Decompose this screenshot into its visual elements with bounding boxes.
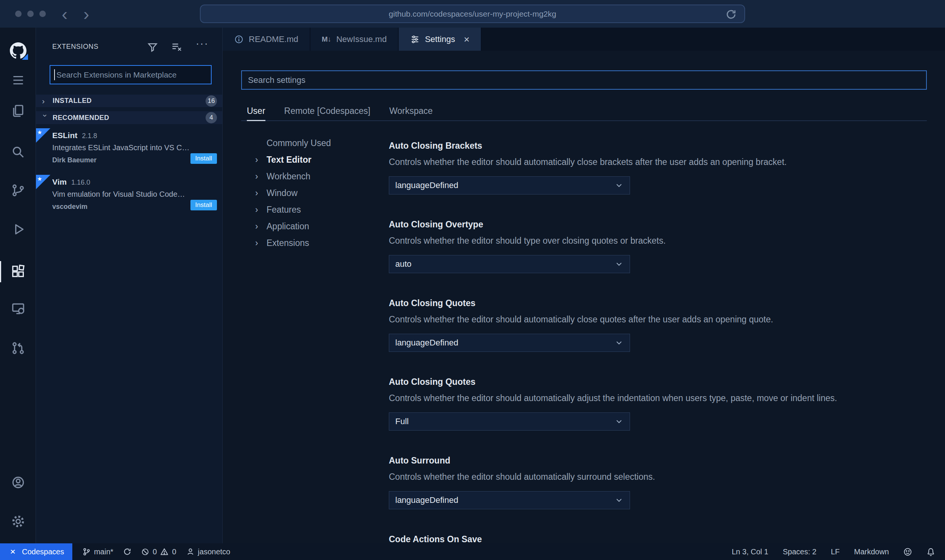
- setting-dropdown[interactable]: languageDefined: [389, 176, 630, 194]
- person-icon: [186, 548, 195, 556]
- settings-gear-icon[interactable]: [0, 507, 36, 536]
- menu-icon[interactable]: [0, 66, 36, 95]
- window-maximize-button[interactable]: [39, 11, 46, 17]
- sidebar-title: EXTENSIONS: [52, 43, 98, 51]
- setting-description: Controls whether the editor should autom…: [389, 470, 937, 483]
- section-label: INSTALLED: [53, 97, 92, 105]
- more-actions-icon[interactable]: ···: [196, 37, 209, 50]
- setting-description: Controls whether the editor should autom…: [389, 156, 937, 168]
- eol-indicator[interactable]: LF: [831, 548, 839, 556]
- errors-icon: [141, 548, 149, 556]
- chevron-down-icon: ›: [41, 114, 50, 121]
- section-installed[interactable]: › INSTALLED 16: [36, 95, 222, 107]
- editor-tab-bar: README.md M↓ NewIssue.md Settings ×: [223, 28, 945, 51]
- install-button[interactable]: Install: [190, 200, 217, 210]
- filter-icon[interactable]: [147, 41, 158, 53]
- branch-name: main*: [94, 548, 113, 556]
- browser-forward-button[interactable]: ›: [83, 5, 89, 23]
- chevron-right-icon: ›: [255, 171, 267, 182]
- setting-dropdown[interactable]: languageDefined: [389, 491, 630, 509]
- extension-item-eslint[interactable]: ★ ESLint 2.1.8 Integrates ESLint JavaScr…: [36, 128, 222, 170]
- codespaces-icon: [8, 547, 17, 556]
- extension-item-vim[interactable]: ★ Vim 1.16.0 Vim emulation for Visual St…: [36, 175, 222, 216]
- extensions-icon[interactable]: [0, 257, 36, 286]
- chevron-down-icon: [614, 496, 624, 505]
- error-count: 0: [153, 548, 157, 556]
- setting-title: Auto Closing Quotes: [389, 375, 937, 388]
- extensions-sidebar: EXTENSIONS ··· › INSTALLED 16 › RECOMMEN…: [36, 28, 223, 543]
- chevron-right-icon: ›: [255, 238, 267, 248]
- scope-tab-remote[interactable]: Remote [Codespaces]: [284, 102, 371, 121]
- scope-tab-user[interactable]: User: [247, 102, 265, 121]
- toc-window[interactable]: ›Window: [255, 185, 376, 201]
- setting-description: Controls whether the editor should type …: [389, 234, 937, 247]
- pull-requests-icon[interactable]: [0, 334, 36, 362]
- setting-title: Auto Surround: [389, 454, 937, 467]
- account-icon[interactable]: [0, 468, 36, 497]
- remote-explorer-icon[interactable]: [0, 294, 36, 323]
- tab-label: NewIssue.md: [336, 34, 387, 44]
- chevron-right-icon: ›: [255, 221, 267, 232]
- clear-search-results-icon[interactable]: [171, 41, 182, 53]
- scope-tab-workspace[interactable]: Workspace: [389, 102, 433, 121]
- setting-title: Auto Closing Brackets: [389, 139, 937, 152]
- extension-name: ESLint: [52, 131, 78, 140]
- section-recommended[interactable]: › RECOMMENDED 4: [36, 111, 222, 124]
- reload-icon[interactable]: [725, 9, 737, 20]
- toc-application[interactable]: ›Application: [255, 218, 376, 235]
- setting-auto-indent: Auto Closing Quotes Controls whether the…: [389, 375, 937, 431]
- branch-indicator[interactable]: main*: [82, 548, 113, 556]
- problems-indicator[interactable]: 0 0: [141, 548, 176, 556]
- window-close-button[interactable]: [15, 11, 22, 17]
- remote-indicator[interactable]: Codespaces: [0, 543, 72, 560]
- run-debug-icon[interactable]: [0, 215, 36, 244]
- chevron-down-icon: [614, 181, 624, 190]
- language-mode[interactable]: Markdown: [854, 548, 889, 556]
- sync-button[interactable]: [123, 548, 131, 556]
- setting-description: Controls whether the editor should autom…: [389, 313, 937, 326]
- cursor-position[interactable]: Ln 3, Col 1: [732, 548, 769, 556]
- notifications-bell-icon[interactable]: [926, 548, 935, 556]
- window-minimize-button[interactable]: [27, 11, 34, 17]
- vscode-workbench: EXTENSIONS ··· › INSTALLED 16 › RECOMMEN…: [0, 28, 945, 543]
- window-controls: [15, 11, 46, 17]
- settings-search-input[interactable]: [241, 70, 927, 90]
- toc-extensions[interactable]: ›Extensions: [255, 235, 376, 251]
- settings-toc: Commonly Used ›Text Editor ›Workbench ›W…: [255, 135, 376, 251]
- extension-version: 2.1.8: [82, 132, 97, 140]
- setting-dropdown[interactable]: languageDefined: [389, 334, 630, 352]
- extension-author: vscodevim: [52, 203, 87, 211]
- toc-commonly-used[interactable]: Commonly Used: [255, 135, 376, 151]
- close-icon[interactable]: ×: [464, 34, 469, 44]
- tab-settings[interactable]: Settings ×: [399, 28, 482, 51]
- browser-back-button[interactable]: ‹: [62, 5, 67, 23]
- chevron-right-icon: ›: [42, 96, 49, 106]
- toc-workbench[interactable]: ›Workbench: [255, 168, 376, 185]
- toc-features[interactable]: ›Features: [255, 201, 376, 218]
- indentation[interactable]: Spaces: 2: [783, 548, 816, 556]
- browser-chrome: ‹ › github.com/codespaces/user-my-projec…: [0, 0, 945, 28]
- editor-area: README.md M↓ NewIssue.md Settings × User…: [223, 28, 945, 543]
- tab-readme[interactable]: README.md: [223, 28, 310, 51]
- extensions-search-input[interactable]: [50, 65, 212, 84]
- setting-dropdown[interactable]: auto: [389, 255, 630, 273]
- explorer-icon[interactable]: [0, 96, 36, 125]
- tab-newissue[interactable]: M↓ NewIssue.md: [310, 28, 399, 51]
- extension-version: 1.16.0: [71, 179, 90, 187]
- install-button[interactable]: Install: [190, 153, 217, 164]
- vscode-wedge-icon: [22, 54, 28, 60]
- section-label: RECOMMENDED: [53, 114, 109, 122]
- setting-auto-surround: Auto Surround Controls whether the edito…: [389, 454, 937, 509]
- feedback-smiley-icon[interactable]: [903, 548, 912, 556]
- toc-text-editor[interactable]: ›Text Editor: [255, 151, 376, 168]
- setting-auto-closing-quotes: Auto Closing Quotes Controls whether the…: [389, 297, 937, 352]
- settings-editor: User Remote [Codespaces] Workspace Commo…: [223, 51, 945, 543]
- search-icon[interactable]: [0, 138, 36, 166]
- live-share-user[interactable]: jasonetco: [186, 548, 231, 556]
- count-badge: 4: [206, 112, 217, 123]
- setting-dropdown[interactable]: Full: [389, 412, 630, 431]
- address-bar[interactable]: github.com/codespaces/user-my-project-mg…: [200, 5, 745, 23]
- source-control-icon[interactable]: [0, 176, 36, 205]
- setting-description: Controls whether the editor should autom…: [389, 392, 937, 404]
- remote-label: Codespaces: [22, 548, 64, 556]
